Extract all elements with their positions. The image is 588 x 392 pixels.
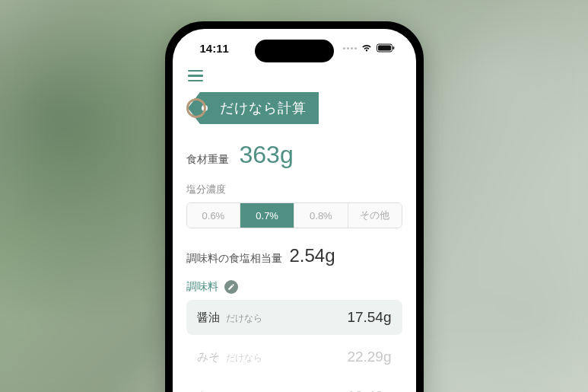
seasonings-label: 調味料 — [186, 280, 218, 294]
phone-screen: 14:11 だけなら計算 — [173, 29, 416, 392]
edit-seasonings-button[interactable] — [224, 280, 238, 294]
seasoning-suffix: だけなら — [226, 312, 262, 325]
salt-equiv-label: 調味料の食塩相当量 — [186, 252, 282, 266]
weight-value[interactable]: 363g — [240, 141, 294, 169]
page-title-tag: だけなら計算 — [186, 92, 402, 124]
tag-ring-icon — [186, 98, 206, 118]
seasoning-row-2[interactable]: 白だしだけなら19.40g — [186, 379, 402, 392]
dynamic-island — [255, 40, 334, 62]
salinity-label: 塩分濃度 — [186, 183, 402, 196]
status-time: 14:11 — [200, 42, 229, 55]
seasonings-list: 醤油だけなら17.54gみそだけなら22.29g白だしだけなら19.40g — [186, 300, 402, 392]
cellular-icon — [343, 47, 357, 49]
salinity-segmented[interactable]: 0.6%0.7%0.8%その他 — [186, 202, 402, 228]
seasoning-name: 醤油 — [197, 311, 220, 325]
wifi-icon — [361, 42, 373, 55]
salinity-option-0[interactable]: 0.6% — [187, 203, 241, 228]
seasoning-amount: 17.54g — [347, 309, 391, 326]
phone-frame: 14:11 だけなら計算 — [165, 21, 424, 392]
weight-label: 食材重量 — [186, 153, 229, 167]
salinity-option-1[interactable]: 0.7% — [240, 203, 294, 228]
seasoning-suffix: だけなら — [226, 352, 262, 365]
page-title: だけなら計算 — [220, 99, 307, 117]
salinity-option-3[interactable]: その他 — [348, 203, 402, 228]
salt-equiv-value: 2.54g — [290, 245, 335, 266]
menu-button[interactable] — [188, 70, 203, 81]
svg-rect-1 — [378, 45, 391, 50]
svg-rect-2 — [393, 46, 394, 49]
pencil-icon — [227, 283, 235, 291]
seasoning-amount: 19.40g — [347, 388, 391, 392]
battery-icon — [377, 42, 395, 55]
seasoning-amount: 22.29g — [347, 349, 391, 365]
salinity-option-2[interactable]: 0.8% — [294, 203, 348, 228]
seasoning-name: みそ — [197, 350, 220, 365]
seasoning-row-1[interactable]: みそだけなら22.29g — [186, 339, 402, 374]
seasoning-row-0[interactable]: 醤油だけなら17.54g — [186, 300, 402, 335]
